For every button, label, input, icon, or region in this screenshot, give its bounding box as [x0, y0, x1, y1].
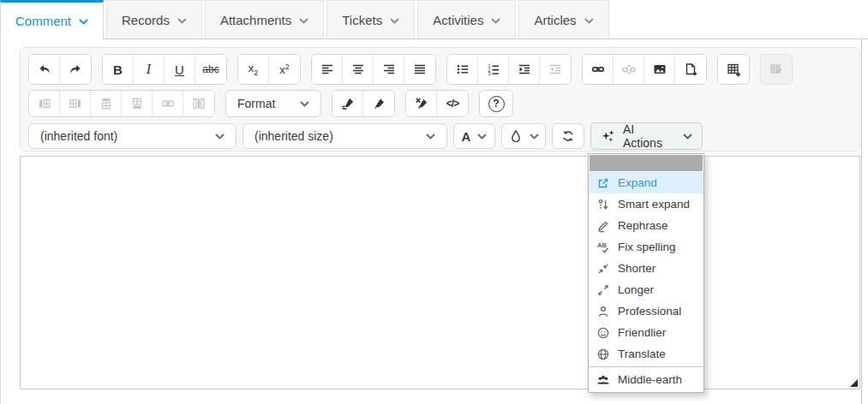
droplet-icon: [509, 129, 523, 143]
apply-formatting-button[interactable]: [363, 91, 394, 116]
menu-item-label: Rephrase: [618, 219, 668, 232]
menu-blank-item: [590, 155, 703, 171]
chevron-down-icon: [299, 18, 308, 24]
menu-item-shorter[interactable]: Shorter: [589, 258, 703, 279]
align-right-icon: [382, 62, 396, 76]
bulleted-list-button[interactable]: [447, 55, 478, 84]
tab-comment[interactable]: Comment: [0, 0, 104, 39]
new-page-button[interactable]: [675, 55, 706, 84]
delete-column-icon: [192, 97, 206, 110]
list-group: 123: [446, 54, 572, 85]
refresh-button[interactable]: [552, 123, 584, 149]
tab-label: Records: [122, 13, 170, 27]
insert-row-above-button: [91, 91, 122, 116]
menu-item-label: Fix spelling: [618, 241, 676, 253]
chevron-down-icon: [491, 18, 500, 24]
tab-activities[interactable]: Activities: [417, 0, 516, 39]
align-right-button[interactable]: [374, 55, 404, 84]
insert-table-button[interactable]: [718, 55, 749, 84]
remove-format-icon: [415, 97, 428, 110]
table-insert-group: [717, 54, 750, 85]
align-justify-button[interactable]: [404, 55, 435, 84]
strikethrough-button[interactable]: abc: [195, 55, 226, 84]
underline-button[interactable]: U: [165, 55, 195, 84]
align-center-button[interactable]: [343, 55, 374, 84]
menu-item-label: Smart expand: [618, 198, 690, 211]
bold-button[interactable]: B: [103, 55, 134, 84]
chevron-down-icon: [477, 134, 487, 140]
text-color-dropdown[interactable]: A: [453, 123, 495, 149]
align-left-button[interactable]: [312, 55, 343, 84]
redo-icon: [69, 62, 82, 76]
tab-tickets[interactable]: Tickets: [326, 0, 415, 39]
insert-table-icon: [727, 62, 741, 77]
menu-item-translate[interactable]: Translate: [589, 343, 703, 365]
align-left-icon: [320, 62, 334, 76]
unlink-icon: [622, 62, 636, 76]
indent-button[interactable]: [509, 55, 540, 84]
background-color-dropdown[interactable]: [501, 123, 546, 149]
format-dropdown[interactable]: Format: [225, 90, 321, 117]
link-button[interactable]: [583, 55, 614, 84]
menu-item-label: Shorter: [618, 262, 655, 275]
external-link-icon: [596, 176, 610, 190]
menu-item-expand[interactable]: Expand: [589, 172, 703, 193]
tab-articles[interactable]: Articles: [518, 0, 608, 39]
smiley-icon: [596, 326, 610, 340]
menu-item-longer[interactable]: Longer: [589, 279, 703, 300]
menu-item-label: Longer: [618, 283, 654, 296]
insert-row-below-button: [122, 91, 153, 116]
tab-records[interactable]: Records: [106, 0, 202, 39]
italic-button[interactable]: I: [134, 55, 165, 84]
pencil-icon: [596, 219, 610, 233]
insert-column-left-icon: [38, 97, 51, 110]
subscript-button[interactable]: x2: [238, 55, 269, 84]
editor-content[interactable]: [20, 156, 860, 389]
menu-item-smart-expand[interactable]: Smart expand: [589, 193, 703, 215]
menu-item-friendlier[interactable]: Friendlier: [589, 322, 703, 343]
undo-button[interactable]: [29, 55, 60, 84]
menu-item-rephrase[interactable]: Rephrase: [589, 215, 703, 236]
expand-arrows-icon: [596, 283, 610, 297]
svg-text:3: 3: [488, 71, 490, 76]
toolbar-row-1: B I U abc x2 x2 123: [28, 54, 852, 85]
redo-button[interactable]: [60, 55, 91, 84]
menu-item-label: Translate: [618, 348, 666, 360]
tab-label: Tickets: [342, 13, 382, 27]
numbered-list-icon: 123: [487, 62, 500, 76]
ai-actions-menu: Expand Smart expand Rephrase AB Fix spel…: [588, 153, 704, 393]
format-clear-group: </>: [405, 90, 469, 117]
menu-divider: [589, 366, 703, 367]
toolbar-row-2: Format </> ?: [28, 90, 852, 117]
insert-image-button[interactable]: [644, 55, 675, 84]
menu-item-label: Friendlier: [618, 326, 666, 339]
smart-expand-icon: [596, 198, 610, 211]
copy-formatting-button[interactable]: [332, 91, 363, 116]
menu-item-label: Professional: [618, 305, 681, 318]
tab-label: Articles: [534, 13, 576, 27]
insert-column-right-icon: [69, 97, 82, 110]
superscript-button[interactable]: x2: [269, 55, 300, 84]
tab-label: Activities: [433, 13, 483, 27]
table-edit-icon: [769, 62, 783, 76]
menu-item-fix-spelling[interactable]: AB Fix spelling: [589, 236, 703, 258]
menu-item-label: Middle-earth: [618, 373, 682, 386]
delete-row-button: [153, 91, 183, 116]
font-family-dropdown[interactable]: (inherited font): [28, 123, 236, 149]
tab-attachments[interactable]: Attachments: [205, 0, 324, 39]
resize-handle[interactable]: [850, 379, 858, 387]
ai-sparkles-icon: [601, 129, 615, 144]
help-button[interactable]: ?: [480, 91, 512, 116]
menu-item-middle-earth[interactable]: Middle-earth: [589, 369, 703, 390]
format-painter-icon: [372, 97, 386, 110]
menu-item-professional[interactable]: Professional: [589, 300, 703, 322]
source-code-button[interactable]: </>: [437, 91, 468, 116]
ai-actions-button[interactable]: AI Actions: [590, 122, 703, 150]
font-size-dropdown[interactable]: (inherited size): [242, 123, 447, 149]
insert-group: [582, 54, 707, 85]
remove-format-button[interactable]: [406, 91, 437, 116]
text-color-icon: A: [462, 129, 471, 144]
delete-column-button: [183, 91, 214, 116]
help-group: ?: [479, 90, 513, 117]
numbered-list-button[interactable]: 123: [478, 55, 509, 84]
